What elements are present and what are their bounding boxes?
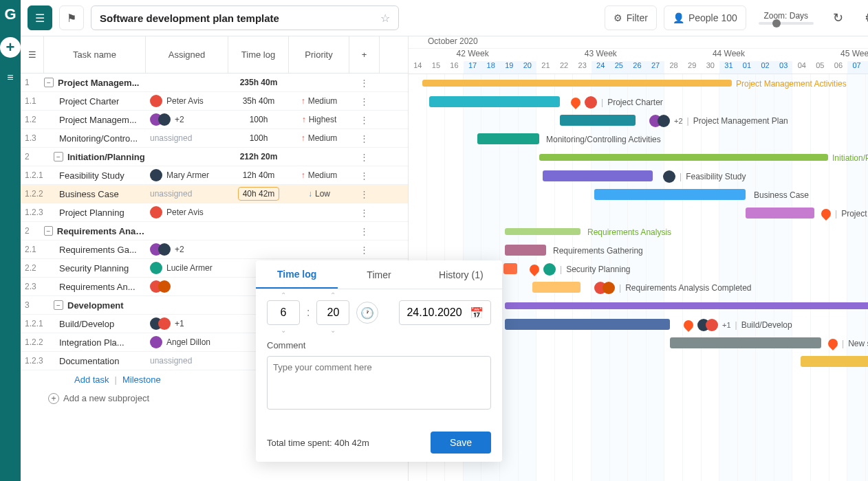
gantt-bar[interactable] — [503, 263, 517, 274]
day-label: 02 — [756, 61, 774, 74]
day-label: 19 — [500, 61, 519, 74]
task-row[interactable]: 1.2.1Feasibility StudyMary Armer12h 40m↑… — [21, 166, 408, 185]
people-button[interactable]: 👤 People 100 — [664, 5, 746, 30]
day-label: 03 — [774, 61, 793, 74]
settings-icon[interactable]: ⚙ — [858, 5, 868, 30]
day-label: 21 — [536, 61, 555, 74]
gantt-bar[interactable] — [429, 96, 560, 107]
project-title-box[interactable]: Software development plan template ☆ — [91, 5, 399, 30]
gantt-bar-label: |New sibling tas — [828, 339, 868, 348]
view-board-button[interactable]: ⚑ — [59, 5, 84, 30]
gantt-bar[interactable] — [477, 133, 539, 144]
gantt-bar[interactable] — [505, 319, 670, 330]
clock-icon[interactable]: 🕐 — [356, 302, 378, 324]
week-label: 43 Week — [536, 49, 664, 61]
row-menu-icon[interactable]: ⋮ — [349, 96, 378, 107]
menu-icon[interactable]: ≡ — [7, 71, 13, 84]
fire-icon — [569, 96, 583, 109]
fire-icon — [528, 262, 541, 276]
gantt-bar-label: +2|Project Management Plan — [649, 115, 788, 127]
task-row[interactable]: 2−Initiation/Planning212h 20m⋮ — [21, 148, 408, 166]
col-time[interactable]: Time log — [228, 36, 289, 73]
gantt-bar[interactable] — [594, 189, 746, 200]
day-label: 27 — [647, 61, 665, 74]
gantt-bar-label: Requirements Gathering — [553, 246, 643, 256]
history-icon[interactable]: ↻ — [826, 5, 851, 30]
col-assigned[interactable]: Assigned — [146, 36, 228, 73]
save-button[interactable]: Save — [431, 432, 491, 454]
collapse-icon[interactable]: − — [54, 152, 63, 161]
popup-tab[interactable]: Time log — [256, 260, 338, 289]
week-label: 42 Week — [409, 49, 536, 61]
popup-tab[interactable]: Timer — [338, 260, 420, 289]
day-label: 18 — [481, 61, 500, 74]
gantt-bar-label: Business Case — [754, 190, 809, 200]
add-milestone-link[interactable]: Milestone — [122, 374, 161, 385]
task-row[interactable]: 1.2.2Business Caseunassigned40h 42m↓Low⋮ — [21, 185, 408, 203]
day-label: 23 — [573, 61, 592, 74]
view-gantt-button[interactable]: ☰ — [28, 5, 52, 30]
add-task-link[interactable]: Add task — [74, 374, 109, 385]
gantt-bar[interactable] — [505, 245, 546, 256]
row-menu-icon[interactable]: ⋮ — [349, 245, 378, 255]
month-label: October 2020 — [409, 36, 868, 49]
task-row[interactable]: 1.2Project Managem...+2100h↑Highest⋮ — [21, 111, 408, 129]
date-input[interactable]: 24.10.2020 📅 — [399, 300, 491, 325]
row-menu-icon[interactable]: ⋮ — [349, 152, 378, 162]
filter-icon: ⚙ — [614, 12, 622, 23]
collapse-icon[interactable]: − — [44, 226, 53, 236]
gantt-bar-label: |Security Planning — [530, 263, 631, 276]
day-label: 29 — [683, 61, 702, 74]
gantt-bar[interactable] — [505, 228, 581, 235]
day-label: 07 — [847, 61, 866, 74]
task-row[interactable]: 1−Project Managem...235h 40m⋮ — [21, 74, 408, 92]
new-project-button[interactable]: + — [0, 37, 21, 58]
people-icon: 👤 — [673, 12, 684, 23]
grid-collapse-icon[interactable]: ☰ — [21, 36, 44, 73]
row-menu-icon[interactable]: ⋮ — [349, 208, 378, 218]
fire-icon — [819, 207, 833, 221]
task-row[interactable]: 1.2.3Project PlanningPeter Avis⋮ — [21, 203, 408, 222]
collapse-icon[interactable]: − — [44, 78, 54, 87]
task-row[interactable]: 1.3Monitoring/Contro...unassigned100h↑Me… — [21, 129, 408, 148]
star-icon[interactable]: ☆ — [380, 12, 390, 25]
gantt-bar-label: Requirements Analysis — [587, 227, 671, 237]
gantt-bar[interactable] — [539, 154, 828, 161]
gantt-bar[interactable] — [560, 115, 636, 126]
gantt-bar[interactable] — [532, 282, 581, 293]
task-row[interactable]: 1.1Project CharterPeter Avis35h 40m↑Medi… — [21, 92, 408, 111]
comment-textarea[interactable] — [267, 356, 491, 410]
gantt-bar-label: |Project Charter — [571, 96, 663, 109]
day-label: 28 — [664, 61, 683, 74]
add-column-button[interactable]: + — [349, 36, 380, 73]
row-menu-icon[interactable]: ⋮ — [349, 226, 378, 236]
gantt-bar[interactable] — [746, 208, 814, 219]
col-task[interactable]: Task name — [44, 36, 146, 73]
row-menu-icon[interactable]: ⋮ — [349, 78, 378, 88]
zoom-slider[interactable]: Zoom: Days — [759, 11, 814, 25]
gantt-bar[interactable] — [670, 337, 821, 348]
gantt-bar[interactable] — [543, 170, 653, 181]
row-menu-icon[interactable]: ⋮ — [349, 170, 378, 181]
collapse-icon[interactable]: − — [54, 300, 63, 310]
gantt-bar[interactable] — [801, 356, 868, 367]
day-label: 24 — [592, 61, 610, 74]
row-menu-icon[interactable]: ⋮ — [349, 189, 378, 199]
fire-icon — [826, 337, 840, 350]
task-row[interactable]: 2.1Requirements Ga...+2⋮ — [21, 240, 408, 259]
filter-button[interactable]: ⚙ Filter — [605, 5, 657, 30]
task-row[interactable]: 2−Requirements Analysis⋮ — [21, 222, 408, 240]
gantt-bar[interactable] — [505, 302, 868, 309]
popup-tab[interactable]: History (1) — [420, 260, 502, 289]
day-label: 16 — [445, 61, 464, 74]
day-label: 04 — [792, 61, 811, 74]
comment-label: Comment — [267, 340, 491, 350]
gantt-bar[interactable] — [422, 80, 732, 87]
app-left-rail: G + ≡ — [0, 0, 21, 481]
col-priority[interactable]: Priority — [289, 36, 349, 73]
gantt-bar-label: Initiation/Plannin — [832, 153, 868, 163]
minutes-input[interactable]: 20 — [316, 300, 349, 325]
row-menu-icon[interactable]: ⋮ — [349, 115, 378, 125]
hours-input[interactable]: 6 — [267, 300, 300, 325]
row-menu-icon[interactable]: ⋮ — [349, 133, 378, 144]
